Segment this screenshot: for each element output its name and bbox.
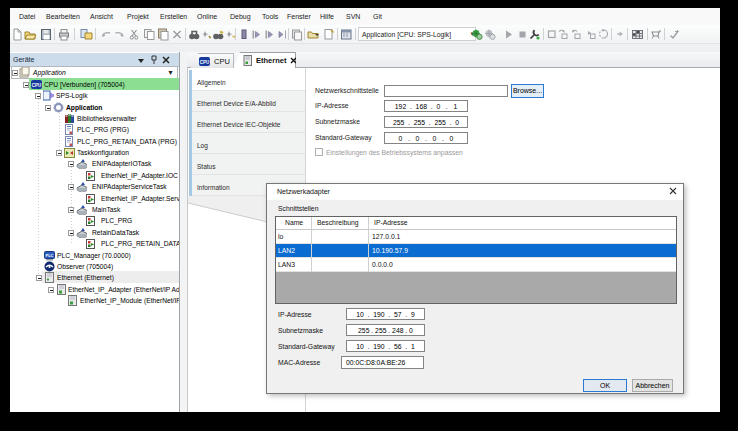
svg-text:PLC: PLC [46,253,54,258]
svg-text:CPU: CPU [32,83,42,88]
svg-text:CPU: CPU [200,60,210,65]
